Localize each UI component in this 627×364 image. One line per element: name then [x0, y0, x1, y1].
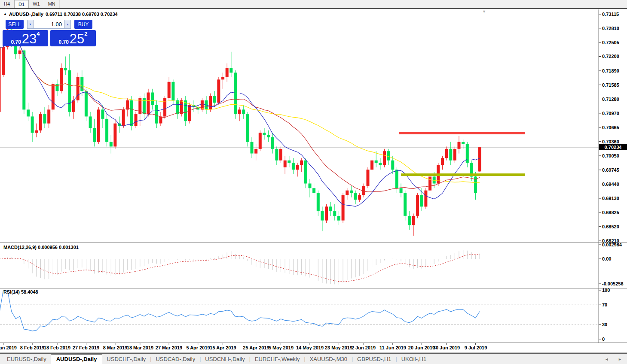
- candle-body: [408, 216, 411, 225]
- candle-body: [27, 109, 30, 116]
- candle-body: [0, 47, 1, 112]
- candle-body: [254, 149, 257, 154]
- chart-tab-usdcad[interactable]: USDCAD-,Daily: [151, 355, 199, 363]
- separator-main-macd[interactable]: [0, 243, 627, 243]
- candle-body: [400, 188, 403, 193]
- candle-body: [458, 142, 461, 149]
- candle-body: [346, 191, 349, 195]
- chart-tab-ukoil[interactable]: UKOil-,H1: [397, 355, 431, 363]
- separator-macd-rsi[interactable]: [0, 287, 627, 287]
- date-tick-label: 30 Jun 2019: [433, 345, 460, 350]
- candle-body: [22, 51, 25, 110]
- volume-input[interactable]: [34, 20, 64, 29]
- ask-price-prefix: 0.70: [58, 39, 68, 45]
- candle-body: [35, 130, 38, 133]
- candle-body: [130, 100, 133, 126]
- candle-body: [333, 211, 336, 216]
- tabs-scroll-right-icon[interactable]: ►: [618, 357, 622, 361]
- candle-body: [184, 100, 187, 121]
- candle-body: [342, 195, 345, 220]
- candle-body: [18, 51, 21, 55]
- candle-body: [31, 116, 34, 133]
- chart-canvas[interactable]: [0, 0, 627, 364]
- candle-body: [304, 161, 307, 184]
- date-tick-label: 18 Feb 2019: [44, 345, 70, 350]
- candle-body: [370, 161, 373, 170]
- candle-body: [275, 149, 278, 161]
- candle-body: [180, 100, 183, 114]
- date-tick-label: 27 Feb 2019: [73, 345, 99, 350]
- candle-body: [226, 68, 229, 77]
- buy-price-panel[interactable]: 0.70 25 2: [50, 30, 96, 46]
- chart-tab-eurchf[interactable]: EURCHF-,Weekly: [251, 355, 304, 363]
- candle-body: [379, 163, 382, 165]
- candle-body: [221, 77, 224, 79]
- sell-price-panel[interactable]: 0.70 23 4: [3, 30, 48, 46]
- chart-shift-marker-icon[interactable]: ▼: [482, 9, 486, 14]
- candle-body: [171, 82, 174, 100]
- date-tick-label: 23 May 2019: [325, 345, 352, 350]
- chart-tab-audusd[interactable]: AUDUSD-,Daily: [51, 354, 103, 364]
- date-tick-label: 2 Jun 2019: [352, 345, 376, 350]
- support-hline-object[interactable]: [401, 173, 525, 176]
- candle-body: [391, 161, 394, 170]
- price-tick-label: 0.69130: [602, 196, 627, 201]
- candle-body: [428, 176, 431, 190]
- macd-signal-line: [0, 255, 480, 282]
- candle-body: [350, 191, 353, 193]
- candle-body: [93, 128, 96, 142]
- candle-body: [52, 84, 55, 109]
- buy-button[interactable]: BUY: [74, 20, 92, 29]
- candle-body: [325, 206, 328, 220]
- date-tick-label: 11 Jun 2019: [379, 345, 406, 350]
- candle-body: [296, 165, 299, 170]
- spinner-up-icon: ▲: [66, 23, 69, 26]
- ask-price-big: 25: [70, 33, 84, 45]
- candle-body: [151, 93, 154, 105]
- candle-body: [259, 133, 262, 149]
- current-price-tag: 0.70234: [599, 144, 627, 150]
- candle-body: [462, 142, 465, 144]
- resistance-hline-object[interactable]: [399, 132, 525, 134]
- candlesticks: [0, 22, 481, 236]
- volume-decrease-button[interactable]: ▼: [27, 20, 34, 29]
- date-tick-label: 27 Mar 2019: [156, 345, 182, 350]
- chart-tab-usdchf[interactable]: USDCHF-,Daily: [102, 355, 150, 363]
- trading-terminal-window: H4 D1 W1 MN ▲ AUDUSD-,Daily 0.69711 0.70…: [0, 0, 627, 364]
- date-tick-label: 5 May 2019: [269, 345, 294, 350]
- candle-body: [213, 96, 216, 103]
- chart-tab-xauusd[interactable]: XAUUSD-,M30: [306, 355, 352, 363]
- candle-body: [242, 109, 245, 114]
- candle-body: [300, 161, 303, 165]
- candle-body: [449, 149, 452, 161]
- candle-body: [263, 133, 266, 135]
- chart-tab-gbpusd[interactable]: GBPUSD-,H1: [353, 355, 395, 363]
- rsi-indicator-label: RSI(14) 58.4048: [3, 289, 38, 294]
- candle-body: [251, 142, 254, 154]
- candle-body: [68, 70, 71, 112]
- date-tick-label: 8 Mar 2019: [103, 345, 127, 350]
- tabs-scroll-left-icon[interactable]: ◄: [605, 357, 609, 361]
- chart-tab-usdcnh[interactable]: USDCNH-,Daily: [201, 355, 249, 363]
- chart-tab-eurusd[interactable]: EURUSD-,Daily: [3, 355, 51, 363]
- rsi-line: [0, 290, 480, 331]
- price-tick-label: 0.69440: [602, 182, 627, 187]
- candle-body: [375, 161, 378, 163]
- price-tick-label: 0.70665: [602, 125, 627, 130]
- date-tick-label: 14 May 2019: [296, 345, 324, 350]
- price-tick-label: 0.71585: [602, 82, 627, 88]
- date-tick-label: 9 Jul 2019: [465, 345, 487, 350]
- candle-body: [441, 158, 444, 165]
- chart-tab-bar: EURUSD-,DailyAUDUSD-,DailyUSDCHF-,Daily|…: [0, 354, 627, 364]
- candle-body: [2, 47, 5, 75]
- price-tick-label: 0.72505: [602, 40, 627, 46]
- collapse-triangle-icon[interactable]: ▲: [3, 12, 7, 16]
- candle-body: [362, 186, 365, 195]
- volume-increase-button[interactable]: ▲: [64, 20, 71, 29]
- candle-body: [420, 195, 423, 206]
- macd-histogram: [0, 250, 480, 285]
- sell-button[interactable]: SELL: [6, 20, 24, 29]
- window-bottom-border-1: [0, 352, 627, 352]
- candle-body: [234, 73, 237, 114]
- candle-body: [309, 184, 312, 188]
